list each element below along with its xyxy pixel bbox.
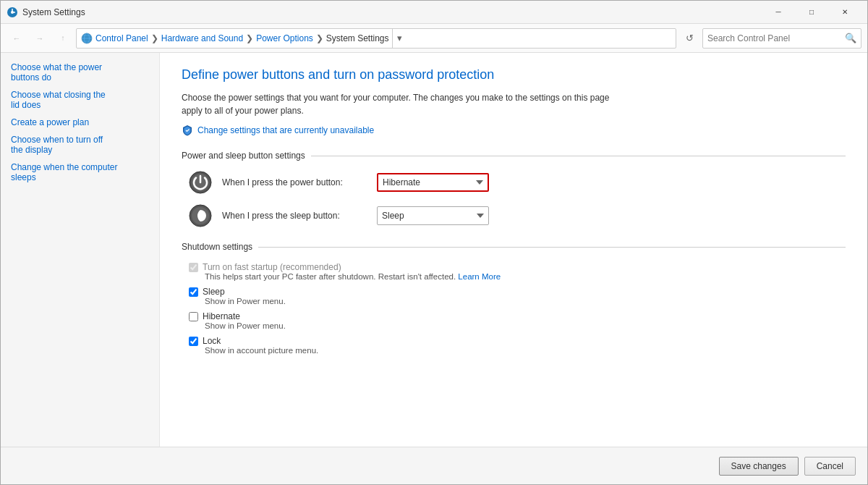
nav-item-sleep-time[interactable]: Change when the computersleeps (1, 159, 159, 186)
power-button-select[interactable]: Do nothing Sleep Hibernate Shut down Tur… (377, 173, 489, 192)
fast-startup-checkbox[interactable] (189, 263, 198, 272)
refresh-button[interactable]: ↺ (679, 28, 699, 48)
power-sleep-section-header: Power and sleep button settings (182, 151, 846, 161)
title-bar: System Settings ─ □ ✕ (1, 1, 867, 24)
fast-startup-subtext: This helps start your PC faster after sh… (205, 272, 846, 281)
hibernate-row: Hibernate Show in Power menu. (189, 311, 846, 330)
cancel-button[interactable]: Cancel (804, 457, 856, 476)
learn-more-link[interactable]: Learn More (458, 272, 501, 281)
maximize-button[interactable]: □ (795, 1, 828, 24)
hibernate-checkbox[interactable] (189, 312, 198, 321)
breadcrumb-dropdown-button[interactable]: ▾ (392, 28, 407, 48)
fast-startup-label[interactable]: Turn on fast startup (recommended) (189, 262, 846, 272)
main-window: System Settings ─ □ ✕ ← → ↑ Control Pane… (0, 0, 868, 485)
address-bar: ← → ↑ Control Panel ❯ Hardware and Sound… (1, 24, 867, 53)
footer: Save changes Cancel (1, 447, 867, 484)
close-button[interactable]: ✕ (828, 1, 861, 24)
power-button-row: When I press the power button: Do nothin… (182, 171, 846, 194)
lock-label[interactable]: Lock (189, 336, 846, 346)
search-box: 🔍 (702, 28, 861, 48)
nav-item-turn-off-display[interactable]: Choose when to turn offthe display (1, 131, 159, 159)
sleep-row: Sleep Show in Power menu. (189, 287, 846, 305)
breadcrumb-control-panel[interactable]: Control Panel (95, 33, 148, 43)
fast-startup-row: Turn on fast startup (recommended) This … (189, 262, 846, 281)
power-button-icon (189, 171, 212, 194)
window-controls: ─ □ ✕ (762, 1, 861, 24)
hibernate-label[interactable]: Hibernate (189, 311, 846, 321)
up-button[interactable]: ↑ (53, 28, 73, 48)
search-icon: 🔍 (845, 33, 856, 43)
breadcrumb-current: System Settings (326, 33, 389, 43)
app-icon (7, 7, 18, 18)
lock-checkbox[interactable] (189, 337, 198, 346)
nav-item-create-plan[interactable]: Create a power plan (1, 114, 159, 131)
shutdown-settings: Turn on fast startup (recommended) This … (182, 262, 846, 355)
nav-item-power-buttons[interactable]: Choose what the powerbuttons do (1, 59, 159, 86)
button-settings: When I press the power button: Do nothin… (182, 171, 846, 227)
hibernate-subtext: Show in Power menu. (205, 321, 846, 330)
power-button-label: When I press the power button: (222, 177, 367, 187)
minimize-button[interactable]: ─ (762, 1, 795, 24)
change-settings-link[interactable]: Change settings that are currently unava… (182, 125, 846, 136)
shutdown-section-header: Shutdown settings (182, 242, 846, 252)
main-content: Choose what the powerbuttons do Choose w… (1, 53, 867, 447)
sleep-button-select[interactable]: Do nothing Sleep Hibernate Shut down (377, 206, 489, 225)
left-nav: Choose what the powerbuttons do Choose w… (1, 53, 160, 447)
window-title: System Settings (22, 7, 762, 17)
sleep-button-row: When I press the sleep button: Do nothin… (182, 204, 846, 227)
nav-item-closing-lid[interactable]: Choose what closing thelid does (1, 86, 159, 114)
sleep-button-icon (189, 204, 212, 227)
sleep-checkbox[interactable] (189, 287, 198, 297)
search-input[interactable] (707, 33, 845, 43)
content-area: Define power buttons and turn on passwor… (160, 53, 867, 447)
sleep-subtext: Show in Power menu. (205, 297, 846, 305)
svg-point-1 (11, 11, 14, 14)
shield-icon (182, 125, 193, 136)
sleep-button-label: When I press the sleep button: (222, 211, 367, 221)
page-description: Choose the power settings that you want … (182, 91, 630, 117)
forward-button[interactable]: → (30, 28, 50, 48)
sleep-label[interactable]: Sleep (189, 287, 846, 297)
page-title: Define power buttons and turn on passwor… (182, 67, 846, 83)
breadcrumb-bar: Control Panel ❯ Hardware and Sound ❯ Pow… (76, 28, 676, 48)
save-changes-button[interactable]: Save changes (719, 457, 799, 476)
breadcrumb-hardware-sound[interactable]: Hardware and Sound (161, 33, 243, 43)
breadcrumb-power-options[interactable]: Power Options (256, 33, 313, 43)
lock-row: Lock Show in account picture menu. (189, 336, 846, 355)
back-button[interactable]: ← (7, 28, 27, 48)
lock-subtext: Show in account picture menu. (205, 346, 846, 355)
